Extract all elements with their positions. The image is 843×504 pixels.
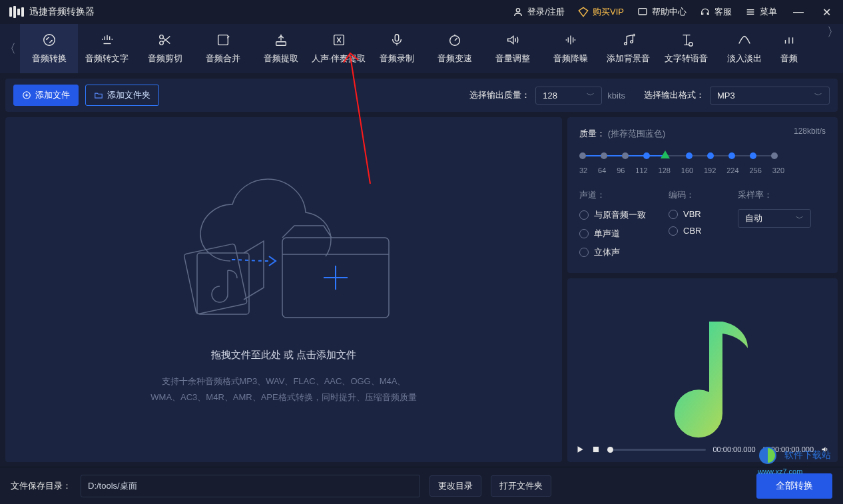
tick: 256 bbox=[749, 166, 761, 174]
progress-thumb[interactable] bbox=[607, 447, 613, 453]
tab-label: 音频变速 bbox=[437, 53, 472, 65]
tab-volume-adjust[interactable]: 音量调整 bbox=[483, 24, 541, 73]
tab-label: 音量调整 bbox=[495, 53, 530, 65]
tab-text-to-speech[interactable]: 文字转语音 bbox=[657, 24, 715, 73]
extract-icon bbox=[274, 33, 288, 47]
dropzone-main-text: 拖拽文件至此处 或 点击添加文件 bbox=[211, 349, 356, 362]
radio-label: CBR bbox=[683, 226, 701, 236]
svg-point-13 bbox=[624, 43, 627, 45]
watermark-logo-icon bbox=[758, 445, 782, 465]
dropzone-sub1: 支持十余种音频格式MP3、WAV、FLAC、AAC、OGG、M4A、 bbox=[150, 374, 416, 389]
samplerate-value: 自动 bbox=[745, 212, 762, 224]
wave-text-icon bbox=[100, 33, 115, 47]
quality-label: 质量： (推荐范围蓝色) bbox=[579, 128, 826, 140]
tab-more[interactable]: 音频 bbox=[773, 24, 805, 73]
svg-rect-11 bbox=[395, 35, 399, 41]
tabs-scroll-right[interactable]: 〉 bbox=[823, 24, 843, 40]
menu-button[interactable]: 菜单 bbox=[745, 6, 777, 18]
radio-encoding-vbr[interactable]: VBR bbox=[669, 209, 722, 219]
open-dir-button[interactable]: 打开文件夹 bbox=[491, 475, 551, 497]
drop-zone[interactable]: 拖拽文件至此处 或 点击添加文件 支持十余种音频格式MP3、WAV、FLAC、A… bbox=[5, 117, 562, 462]
tabs-scroll-left[interactable]: 〈 bbox=[0, 24, 20, 73]
tab-noise-reduction[interactable]: 音频降噪 bbox=[541, 24, 599, 73]
tab-audio-extract[interactable]: 音频提取 bbox=[252, 24, 310, 73]
svg-rect-9 bbox=[276, 42, 286, 46]
tab-audio-convert[interactable]: 音频转换 bbox=[20, 24, 78, 73]
app-title: 迅捷音频转换器 bbox=[29, 6, 95, 18]
format-value: MP3 bbox=[717, 91, 735, 101]
svg-rect-20 bbox=[593, 447, 599, 452]
radio-channel-mono[interactable]: 单声道 bbox=[579, 228, 653, 240]
tab-label: 文字转语音 bbox=[665, 53, 708, 65]
close-button[interactable]: ✕ bbox=[820, 6, 834, 19]
tab-bar: 〈 音频转换 音频转文字 音频剪切 音频合并 音频提取 人声·伴奏提取 音频录制… bbox=[0, 24, 843, 73]
login-button[interactable]: 登录/注册 bbox=[513, 6, 565, 18]
radio-channel-stereo[interactable]: 立体声 bbox=[579, 246, 653, 258]
quality-dropdown[interactable]: 128 ﹀ bbox=[535, 87, 602, 105]
menu-icon bbox=[745, 7, 756, 17]
add-folder-label: 添加文件夹 bbox=[107, 89, 150, 101]
save-path-input[interactable]: D:/tools/桌面 bbox=[81, 475, 420, 497]
tab-audio-record[interactable]: 音频录制 bbox=[368, 24, 425, 73]
output-quality-group: 选择输出质量： 128 ﹀ kbits bbox=[469, 87, 625, 105]
add-folder-button[interactable]: 添加文件夹 bbox=[85, 85, 159, 106]
chevron-down-icon: ﹀ bbox=[796, 213, 804, 224]
tab-fade[interactable]: 淡入淡出 bbox=[715, 24, 773, 73]
tick: 96 bbox=[617, 166, 625, 174]
svg-point-6 bbox=[159, 35, 163, 39]
stop-button-icon[interactable] bbox=[591, 445, 601, 454]
quality-slider[interactable] bbox=[579, 149, 779, 162]
quality-ticks: 32 64 96 112 128 160 192 224 256 320 bbox=[579, 166, 784, 174]
watermark-text1: 软件下载站 bbox=[784, 449, 831, 460]
play-button-icon[interactable] bbox=[575, 445, 585, 454]
tab-audio-cut[interactable]: 音频剪切 bbox=[136, 24, 194, 73]
dropzone-sub-text: 支持十余种音频格式MP3、WAV、FLAC、AAC、OGG、M4A、 WMA、A… bbox=[150, 374, 416, 405]
headset-icon bbox=[700, 7, 710, 17]
svg-rect-1 bbox=[639, 9, 647, 15]
svg-point-5 bbox=[43, 35, 55, 46]
samplerate-dropdown[interactable]: 自动 ﹀ bbox=[738, 209, 811, 228]
tab-vocal-accompaniment-extract[interactable]: 人声·伴奏提取 bbox=[310, 24, 368, 73]
login-label: 登录/注册 bbox=[527, 6, 565, 18]
add-file-button[interactable]: 添加文件 bbox=[13, 85, 79, 106]
service-button[interactable]: 客服 bbox=[700, 6, 732, 18]
tab-label: 音频提取 bbox=[264, 53, 298, 65]
help-button[interactable]: 帮助中心 bbox=[637, 6, 687, 18]
quality-value: 128 bbox=[543, 91, 557, 101]
radio-channel-original[interactable]: 与原音频一致 bbox=[579, 209, 653, 221]
format-dropdown[interactable]: MP3 ﹀ bbox=[710, 87, 830, 105]
tab-audio-speed[interactable]: 音频变速 bbox=[425, 24, 483, 73]
chevron-down-icon: ﹀ bbox=[587, 90, 595, 101]
radio-label: 与原音频一致 bbox=[594, 209, 646, 221]
quality-unit-text: 128kbit/s bbox=[794, 126, 826, 136]
quality-recommend: (推荐范围蓝色) bbox=[608, 128, 666, 138]
vip-icon bbox=[578, 7, 589, 17]
quality-label-text: 质量： bbox=[579, 128, 605, 138]
buy-vip-button[interactable]: 购买VIP bbox=[578, 6, 624, 18]
tab-add-bgm[interactable]: 添加背景音 bbox=[599, 24, 657, 73]
change-dir-button[interactable]: 更改目录 bbox=[429, 475, 481, 497]
tab-label: 音频合并 bbox=[206, 53, 240, 65]
encoding-options: 编码： VBR CBR bbox=[669, 189, 722, 258]
noise-icon bbox=[563, 33, 578, 47]
progress-track[interactable] bbox=[607, 449, 706, 451]
tab-label: 音频转文字 bbox=[85, 53, 129, 65]
tab-audio-merge[interactable]: 音频合并 bbox=[194, 24, 252, 73]
help-label: 帮助中心 bbox=[652, 6, 687, 18]
chat-icon bbox=[637, 7, 648, 17]
tick: 160 bbox=[681, 166, 693, 174]
watermark-text2: www.xz7.com bbox=[758, 467, 802, 475]
output-format-label: 选择输出格式： bbox=[644, 89, 704, 101]
svg-rect-18 bbox=[184, 244, 247, 314]
minimize-button[interactable]: — bbox=[790, 6, 806, 18]
svg-point-14 bbox=[630, 41, 633, 43]
tab-label: 音频 bbox=[780, 53, 798, 65]
speed-icon bbox=[447, 33, 462, 47]
bottom-bar: 文件保存目录： D:/tools/桌面 更改目录 打开文件夹 全部转换 软件下载… bbox=[0, 467, 843, 504]
main-area: 拖拽文件至此处 或 点击添加文件 支持十余种音频格式MP3、WAV、FLAC、A… bbox=[5, 117, 838, 462]
tab-audio-to-text[interactable]: 音频转文字 bbox=[78, 24, 136, 73]
convert-all-button[interactable]: 全部转换 bbox=[756, 473, 832, 499]
output-quality-label: 选择输出质量： bbox=[469, 89, 530, 101]
radio-encoding-cbr[interactable]: CBR bbox=[669, 226, 722, 236]
quality-unit: kbits bbox=[607, 91, 625, 101]
